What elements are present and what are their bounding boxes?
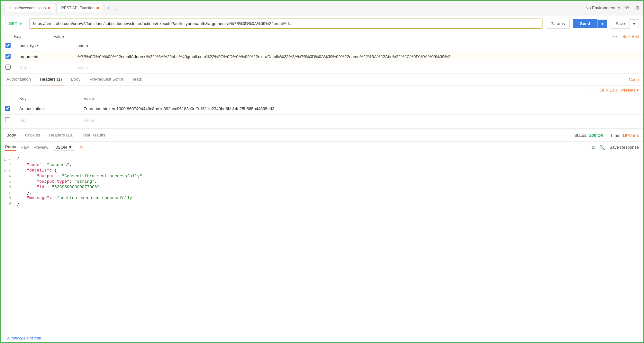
params-button[interactable]: Params bbox=[546, 19, 570, 29]
section-tabs: Authorization Headers (1) Body Pre-reque… bbox=[1, 74, 643, 86]
url-input[interactable] bbox=[30, 19, 542, 29]
params-table: auth_type oauth arguments %7B%0D%0A%09%2… bbox=[1, 40, 643, 73]
header-ghost-value: Value bbox=[79, 115, 643, 126]
params-header-row: Key Value ··· Bulk Edit bbox=[1, 32, 643, 40]
code-line-6: 6 "id": "63095000000077006" bbox=[1, 184, 643, 190]
env-arrow-icon: ▼ bbox=[617, 6, 621, 10]
line-content-2: "code": "success", bbox=[17, 163, 643, 167]
send-dropdown-button[interactable]: ▼ bbox=[597, 20, 608, 28]
line-num-5: 5 bbox=[1, 179, 17, 184]
status-label: Status: bbox=[574, 133, 587, 138]
format-tab-preview[interactable]: Preview bbox=[33, 144, 48, 151]
code-line-3: 3 ▾ "details": { bbox=[1, 168, 643, 173]
params-key-header: Key bbox=[5, 34, 21, 39]
line-content-9: } bbox=[17, 201, 643, 206]
tab-tests[interactable]: Tests bbox=[131, 74, 143, 85]
tab-accounts-zoho[interactable]: https://accounts.zoho bbox=[5, 4, 55, 12]
more-tabs-button[interactable]: ... bbox=[113, 5, 123, 11]
response-tab-cookies[interactable]: Cookies bbox=[24, 129, 41, 141]
params-more-icon[interactable]: ··· bbox=[612, 33, 618, 39]
headers-bulk-edit-button[interactable]: Bulk Edit bbox=[600, 88, 617, 92]
line-num-7: 7 bbox=[1, 190, 17, 195]
params-value-header: Value bbox=[28, 34, 64, 39]
request-bar: GET ▼ Params Send ▼ Save ▼ bbox=[1, 15, 643, 32]
header-row1-checkbox[interactable] bbox=[5, 106, 10, 111]
params-cols: Key Value bbox=[5, 34, 64, 39]
tab-rest-api[interactable]: REST API Function bbox=[56, 4, 104, 12]
code-line-2: 2 "code": "success", bbox=[1, 162, 643, 168]
param-ghost-value: Value bbox=[73, 62, 643, 73]
json-format-label: JSON bbox=[56, 145, 67, 150]
method-chevron-icon: ▼ bbox=[19, 21, 23, 26]
response-tab-body[interactable]: Body bbox=[5, 129, 17, 141]
save-response-button[interactable]: Save Response bbox=[609, 145, 639, 150]
tab-body[interactable]: Body bbox=[70, 74, 82, 85]
tab2-label: REST API Function bbox=[61, 6, 94, 10]
line-num-3[interactable]: 3 ▾ bbox=[1, 168, 17, 173]
headers-table-header: Key Value bbox=[1, 94, 643, 103]
method-select[interactable]: GET ▼ bbox=[5, 19, 26, 28]
line-content-3: "details": { bbox=[17, 168, 643, 173]
tab-pre-request[interactable]: Pre-request Script bbox=[88, 74, 124, 85]
response-tabs: Body Cookies Headers (18) Test Results S… bbox=[1, 129, 643, 142]
code-line-5: 5 "output_type": "string", bbox=[1, 179, 643, 184]
headers-section: ··· Bulk Edit Presets ▾ Key Value Author… bbox=[1, 86, 643, 126]
headers-more-icon[interactable]: ··· bbox=[590, 87, 596, 93]
add-tab-button[interactable]: + bbox=[105, 5, 112, 11]
tab-headers[interactable]: Headers (1) bbox=[39, 74, 63, 85]
footer-label: laurencopeland.com bbox=[6, 336, 41, 340]
send-button-group: Send ▼ bbox=[573, 19, 608, 28]
line-num-8: 8 bbox=[1, 196, 17, 200]
search-response-icon[interactable]: 🔍 bbox=[599, 145, 605, 150]
param-ghost-checkbox[interactable] bbox=[5, 65, 11, 70]
param-row1-value: oauth bbox=[73, 40, 643, 51]
bulk-edit-button[interactable]: Bulk Edit bbox=[622, 34, 639, 39]
tab-code[interactable]: Code bbox=[629, 77, 639, 82]
save-button[interactable]: Save bbox=[611, 19, 630, 29]
gear-icon[interactable]: ⚙ bbox=[635, 5, 639, 11]
save-dropdown-button[interactable]: ▼ bbox=[630, 19, 639, 28]
headers-table: Key Value Authorization Zoho-oauthtoken … bbox=[1, 94, 643, 126]
tab-bar: https://accounts.zoho REST API Function … bbox=[5, 4, 123, 12]
environment-selector[interactable]: No Environment ▼ bbox=[585, 5, 621, 10]
json-format-select[interactable]: JSON ▼ bbox=[53, 144, 75, 151]
line-num-9: 9 bbox=[1, 201, 17, 206]
header-ghost-checkbox[interactable] bbox=[5, 117, 10, 122]
header-row1-value: Zoho-oauthtoken 1000.8607494449c8bc1e392… bbox=[79, 103, 643, 115]
code-line-1: 1 ▾ { bbox=[1, 156, 643, 162]
copy-icon[interactable]: ⧉ bbox=[592, 145, 595, 150]
response-tab-headers[interactable]: Headers (18) bbox=[48, 129, 75, 141]
param-ghost-row: Key Value bbox=[1, 62, 643, 73]
format-tab-pretty[interactable]: Pretty bbox=[5, 144, 16, 151]
line-num-1[interactable]: 1 ▾ bbox=[1, 157, 17, 162]
time-label: Time: bbox=[610, 133, 621, 138]
status-value: 200 OK bbox=[589, 133, 604, 138]
json-format-arrow-icon: ▼ bbox=[68, 145, 72, 150]
header-ghost-row: Key Value bbox=[1, 115, 643, 126]
format-tab-raw[interactable]: Raw bbox=[21, 144, 29, 151]
line-num-6: 6 bbox=[1, 185, 17, 189]
code-line-7: 7 }, bbox=[1, 190, 643, 195]
tab-authorization[interactable]: Authorization bbox=[5, 74, 32, 85]
param-row2-key: arguments bbox=[15, 51, 73, 62]
code-line-8: 8 "message": "function executed successf… bbox=[1, 195, 643, 201]
param-row-arguments: arguments %7B%0D%0A%09%22emailAddress%22… bbox=[1, 51, 643, 62]
tab1-dot bbox=[48, 7, 50, 9]
presets-button[interactable]: Presets ▾ bbox=[621, 88, 639, 92]
eye-icon[interactable]: 👁 bbox=[625, 5, 630, 11]
line-content-5: "output_type": "string", bbox=[17, 179, 643, 184]
tab1-label: https://accounts.zoho bbox=[9, 6, 46, 10]
line-num-4: 4 bbox=[1, 174, 17, 179]
param-row1-checkbox[interactable] bbox=[5, 43, 11, 48]
params-actions: ··· Bulk Edit bbox=[612, 33, 639, 39]
header-row1-key: Authorization bbox=[15, 103, 79, 115]
headers-value-header: Value bbox=[79, 94, 643, 103]
header-ghost-key: Key bbox=[15, 115, 79, 126]
format-icons: ⧉ 🔍 Save Response bbox=[592, 145, 639, 150]
line-content-4: "output": "Consent form sent successfull… bbox=[17, 174, 643, 179]
send-button[interactable]: Send bbox=[573, 19, 597, 28]
param-row2-checkbox[interactable] bbox=[5, 54, 11, 59]
response-tab-test-results[interactable]: Test Results bbox=[81, 129, 106, 141]
line-content-6: "id": "63095000000077006" bbox=[17, 185, 643, 189]
wrap-icon[interactable]: ≡ bbox=[80, 145, 83, 150]
